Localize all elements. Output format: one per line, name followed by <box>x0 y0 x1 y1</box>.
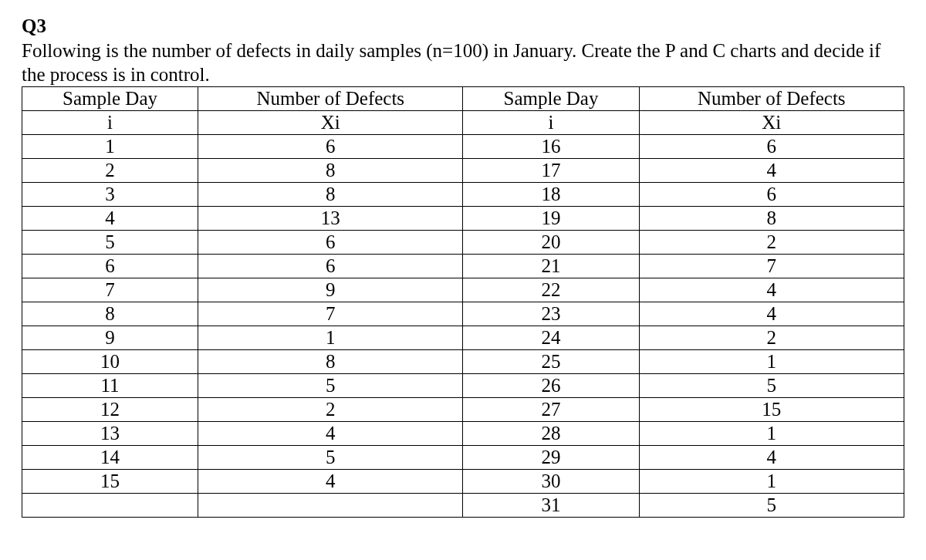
table-cell: 4 <box>198 421 463 445</box>
header-sample-day-1: Sample Day <box>22 86 198 110</box>
table-cell: 2 <box>22 158 198 182</box>
defects-table: Sample Day Number of Defects Sample Day … <box>22 86 904 518</box>
table-row: 28174 <box>22 158 904 182</box>
table-cell: 5 <box>198 373 463 397</box>
question-label: Q3 <box>22 15 904 37</box>
table-cell: 22 <box>463 278 639 302</box>
table-cell: 7 <box>639 254 904 278</box>
table-cell: 1 <box>639 469 904 493</box>
table-cell: 13 <box>198 206 463 230</box>
table-row: 91242 <box>22 326 904 349</box>
table-cell: 2 <box>639 326 904 349</box>
table-cell: 5 <box>22 230 198 254</box>
table-cell: 30 <box>463 469 639 493</box>
table-cell: 18 <box>463 182 639 206</box>
table-header-row-2: i Xi i Xi <box>22 110 904 134</box>
table-cell: 6 <box>639 182 904 206</box>
table-row: 115265 <box>22 373 904 397</box>
table-cell: 17 <box>463 158 639 182</box>
table-row: 66217 <box>22 254 904 278</box>
header-defects-1: Number of Defects <box>198 86 463 110</box>
table-cell: 6 <box>198 230 463 254</box>
table-cell: 15 <box>639 397 904 421</box>
table-cell: 14 <box>22 445 198 469</box>
header-defects-2: Number of Defects <box>639 86 904 110</box>
table-cell: 16 <box>463 134 639 158</box>
table-cell: 8 <box>22 302 198 326</box>
table-cell: 29 <box>463 445 639 469</box>
table-row: 1222715 <box>22 397 904 421</box>
table-cell: 2 <box>198 397 463 421</box>
table-cell <box>22 493 198 517</box>
table-cell: 25 <box>463 349 639 373</box>
table-cell: 5 <box>198 445 463 469</box>
table-cell: 4 <box>639 302 904 326</box>
table-cell: 28 <box>463 421 639 445</box>
table-cell: 4 <box>639 445 904 469</box>
table-cell: 5 <box>639 373 904 397</box>
table-cell: 20 <box>463 230 639 254</box>
table-cell: 19 <box>463 206 639 230</box>
table-cell: 6 <box>198 254 463 278</box>
table-cell: 8 <box>639 206 904 230</box>
table-cell: 8 <box>198 349 463 373</box>
table-cell: 4 <box>639 158 904 182</box>
header-xi-1: Xi <box>198 110 463 134</box>
table-cell: 4 <box>639 278 904 302</box>
question-text: Following is the number of defects in da… <box>22 39 904 87</box>
table-cell: 23 <box>463 302 639 326</box>
table-cell: 7 <box>22 278 198 302</box>
table-cell: 9 <box>198 278 463 302</box>
table-cell: 26 <box>463 373 639 397</box>
table-cell: 5 <box>639 493 904 517</box>
table-cell: 10 <box>22 349 198 373</box>
table-row: 108251 <box>22 349 904 373</box>
table-cell: 31 <box>463 493 639 517</box>
table-cell: 11 <box>22 373 198 397</box>
header-xi-2: Xi <box>639 110 904 134</box>
table-cell: 6 <box>22 254 198 278</box>
table-header-row-1: Sample Day Number of Defects Sample Day … <box>22 86 904 110</box>
table-cell: 24 <box>463 326 639 349</box>
table-cell: 6 <box>639 134 904 158</box>
table-cell: 1 <box>639 349 904 373</box>
table-cell: 6 <box>198 134 463 158</box>
table-cell: 15 <box>22 469 198 493</box>
table-cell: 12 <box>22 397 198 421</box>
header-sample-day-2: Sample Day <box>463 86 639 110</box>
table-row: 87234 <box>22 302 904 326</box>
table-cell: 3 <box>22 182 198 206</box>
header-i-2: i <box>463 110 639 134</box>
table-cell: 7 <box>198 302 463 326</box>
table-cell: 1 <box>198 326 463 349</box>
table-row: 134281 <box>22 421 904 445</box>
table-row: 315 <box>22 493 904 517</box>
table-cell: 13 <box>22 421 198 445</box>
table-row: 56202 <box>22 230 904 254</box>
table-cell: 1 <box>22 134 198 158</box>
table-cell: 8 <box>198 158 463 182</box>
table-cell: 21 <box>463 254 639 278</box>
table-row: 79224 <box>22 278 904 302</box>
table-row: 16166 <box>22 134 904 158</box>
table-cell: 2 <box>639 230 904 254</box>
table-cell: 1 <box>639 421 904 445</box>
table-cell: 9 <box>22 326 198 349</box>
table-cell <box>198 493 463 517</box>
table-cell: 4 <box>198 469 463 493</box>
header-i-1: i <box>22 110 198 134</box>
table-cell: 4 <box>22 206 198 230</box>
table-row: 413198 <box>22 206 904 230</box>
table-row: 154301 <box>22 469 904 493</box>
table-row: 38186 <box>22 182 904 206</box>
table-cell: 8 <box>198 182 463 206</box>
table-row: 145294 <box>22 445 904 469</box>
table-cell: 27 <box>463 397 639 421</box>
